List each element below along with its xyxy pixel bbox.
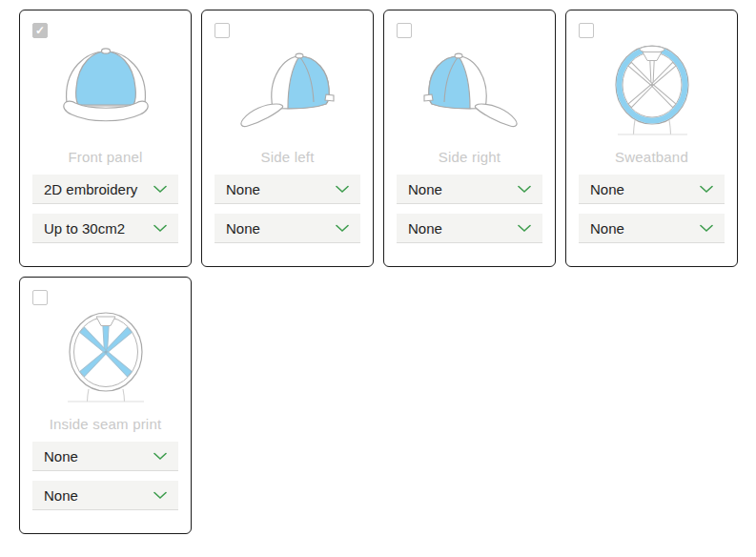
selected-value: 2D embroidery bbox=[44, 181, 137, 197]
card-inside-seam-print: Inside seam print None None bbox=[19, 277, 192, 534]
chevron-down-icon bbox=[153, 224, 167, 233]
inside-seam-print-decoration-select[interactable]: None bbox=[32, 442, 178, 471]
cap-side-left-icon bbox=[215, 42, 360, 137]
chevron-down-icon bbox=[336, 185, 349, 194]
selected-value: None bbox=[226, 220, 260, 237]
sweatband-size-select[interactable]: None bbox=[579, 214, 725, 243]
side-left-size-select[interactable]: None bbox=[215, 214, 360, 243]
selected-value: None bbox=[590, 220, 624, 237]
customization-cards: Front panel 2D embroidery Up to 30cm2 bbox=[0, 0, 756, 534]
front-panel-size-select[interactable]: Up to 30cm2 bbox=[32, 214, 178, 243]
chevron-down-icon bbox=[518, 185, 531, 194]
side-left-checkbox[interactable] bbox=[215, 23, 230, 38]
selected-value: None bbox=[44, 448, 78, 464]
chevron-down-icon bbox=[336, 224, 349, 233]
chevron-down-icon bbox=[518, 224, 531, 233]
card-side-left: Side left None None bbox=[201, 10, 374, 267]
chevron-down-icon bbox=[153, 491, 167, 500]
selected-value: None bbox=[44, 487, 78, 504]
card-label: Side right bbox=[397, 149, 542, 165]
chevron-down-icon bbox=[153, 452, 167, 461]
card-side-right: Side right None None bbox=[383, 10, 556, 267]
sweatband-decoration-select[interactable]: None bbox=[579, 175, 725, 204]
cap-inside-sweatband-icon bbox=[579, 42, 725, 137]
sweatband-checkbox[interactable] bbox=[579, 23, 594, 38]
chevron-down-icon bbox=[153, 185, 167, 194]
chevron-down-icon bbox=[700, 185, 713, 194]
card-label: Front panel bbox=[32, 149, 178, 165]
side-left-decoration-select[interactable]: None bbox=[215, 175, 360, 204]
side-right-checkbox[interactable] bbox=[397, 23, 412, 38]
cap-inside-seams-icon bbox=[32, 309, 178, 404]
selected-value: None bbox=[408, 220, 442, 237]
side-right-size-select[interactable]: None bbox=[397, 214, 542, 243]
card-label: Side left bbox=[215, 149, 360, 165]
cap-side-right-icon bbox=[397, 42, 542, 137]
inside-seam-print-checkbox[interactable] bbox=[32, 290, 48, 305]
selected-value: None bbox=[408, 181, 442, 197]
card-sweatband: Sweatband None None bbox=[565, 10, 738, 267]
card-label: Inside seam print bbox=[32, 416, 178, 432]
selected-value: Up to 30cm2 bbox=[44, 220, 125, 237]
selected-value: None bbox=[590, 181, 624, 197]
cap-front-icon bbox=[32, 42, 178, 137]
inside-seam-print-size-select[interactable]: None bbox=[32, 481, 178, 510]
selected-value: None bbox=[226, 181, 260, 197]
front-panel-checkbox[interactable] bbox=[32, 23, 48, 38]
side-right-decoration-select[interactable]: None bbox=[397, 175, 542, 204]
card-label: Sweatband bbox=[579, 149, 725, 165]
card-front-panel: Front panel 2D embroidery Up to 30cm2 bbox=[19, 10, 192, 267]
front-panel-decoration-select[interactable]: 2D embroidery bbox=[32, 175, 178, 204]
chevron-down-icon bbox=[700, 224, 713, 233]
